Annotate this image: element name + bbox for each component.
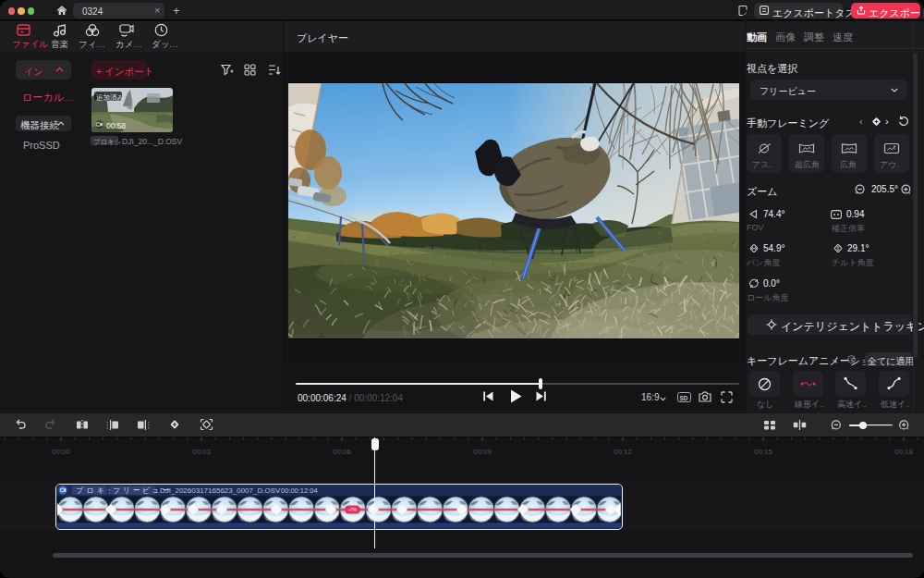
svg-text:00:09: 00:09 [473,448,492,456]
svg-text:00:00:12:04: 00:00:12:04 [281,486,318,495]
svg-text:00:03: 00:03 [192,448,212,456]
svg-text:00:15: 00:15 [754,448,773,456]
svg-text:?: ? [850,357,853,363]
svg-text:00:18: 00:18 [894,448,914,456]
svg-text:+7%: +7% [348,508,357,512]
svg-text:00:12: 00:12 [614,448,633,456]
svg-text:DJI_20260317165623_0007_D.OSV: DJI_20260317165623_0007_D.OSV [160,486,281,495]
svg-text:00:06: 00:06 [333,448,352,456]
svg-text:00:00: 00:00 [52,448,71,456]
